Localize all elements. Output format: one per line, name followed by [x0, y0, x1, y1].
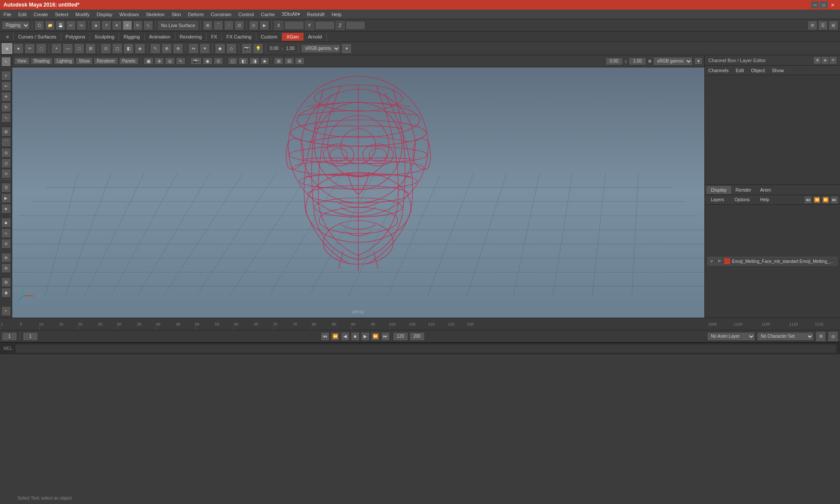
- vp-panels-btn[interactable]: Panels: [119, 57, 139, 65]
- snap-grid-btn[interactable]: ⊞: [203, 21, 213, 30]
- menu-deform[interactable]: Deform: [185, 10, 207, 18]
- menu-constrain[interactable]: Constrain: [207, 10, 235, 18]
- vp-aov-2[interactable]: ⊟: [284, 57, 294, 65]
- settings-btn-1[interactable]: ⚙: [808, 21, 817, 30]
- settings-btn-2[interactable]: ☰: [818, 21, 828, 30]
- rp-icon-2[interactable]: ◈: [822, 57, 829, 64]
- redo-btn[interactable]: ↪: [77, 21, 86, 30]
- left-sculpt-btn[interactable]: ◷: [1, 158, 11, 168]
- left-grid-btn[interactable]: ⊞: [1, 277, 11, 287]
- left-plus-btn[interactable]: +: [1, 306, 11, 316]
- timeline-area[interactable]: 1 5 10 15 20 25 30 35 40 45 50 55 60 65 …: [0, 318, 840, 330]
- tab-sculpting[interactable]: Sculpting: [90, 33, 119, 41]
- anim-layer-select[interactable]: No Anim Layer: [707, 332, 755, 341]
- tab-rigging[interactable]: Rigging: [119, 33, 144, 41]
- play-btn[interactable]: ▶: [361, 332, 370, 341]
- layer-nav-2[interactable]: ⏪: [813, 196, 821, 204]
- left-weight-btn[interactable]: ⊛: [1, 263, 11, 273]
- lasso-btn[interactable]: ⌖: [102, 21, 111, 30]
- vp-cam-1[interactable]: 📷: [190, 57, 202, 65]
- snap-btn[interactable]: ⊕: [161, 43, 172, 54]
- menu-help[interactable]: Help: [328, 10, 345, 18]
- tab-curves-surfaces[interactable]: Curves / Surfaces: [14, 33, 61, 41]
- vp-shade-1[interactable]: ◻: [228, 57, 238, 65]
- left-xray-btn[interactable]: ⊙: [1, 169, 11, 178]
- end-frame-input[interactable]: [393, 332, 408, 341]
- left-constraint-btn[interactable]: ⊕: [1, 253, 11, 262]
- layer-p[interactable]: P: [717, 258, 723, 264]
- tab-animation[interactable]: Animation: [145, 33, 175, 41]
- vp-shade-2[interactable]: ◧: [238, 57, 248, 65]
- rotate-btn[interactable]: ↻: [133, 21, 143, 30]
- tab-anim[interactable]: Anim: [756, 186, 775, 194]
- anim-key-btn[interactable]: ◆: [215, 43, 225, 54]
- vp-show-btn[interactable]: Show: [76, 57, 93, 65]
- skip-back-btn[interactable]: ⏮: [321, 332, 329, 341]
- symmetry-btn[interactable]: ⇔: [188, 43, 199, 54]
- vp-shading-btn[interactable]: Shading: [31, 57, 53, 65]
- menu-modify[interactable]: Modify: [72, 10, 93, 18]
- play-back-btn[interactable]: ◀: [341, 332, 350, 341]
- move-btn[interactable]: ✛: [122, 21, 132, 30]
- tab-fx-caching[interactable]: FX Caching: [222, 33, 256, 41]
- tab-custom[interactable]: Custom: [256, 33, 282, 41]
- stop-btn[interactable]: ■: [351, 332, 360, 341]
- left-break-btn[interactable]: ◇: [1, 228, 11, 238]
- tab-render[interactable]: Render: [731, 186, 756, 194]
- tab-layers[interactable]: Layers: [707, 196, 728, 203]
- left-paint-btn[interactable]: ✏: [1, 81, 11, 91]
- snap-point-btn[interactable]: ◦: [224, 21, 234, 30]
- next-frame-btn[interactable]: ⏩: [371, 332, 380, 341]
- menu-3dtoall[interactable]: 3DtoAll▾: [278, 10, 303, 18]
- prev-frame-btn[interactable]: ⏪: [331, 332, 340, 341]
- left-rotate-btn[interactable]: ↻: [1, 102, 11, 112]
- menu-control[interactable]: Control: [235, 10, 257, 18]
- paint-btn[interactable]: ✦: [112, 21, 122, 30]
- menu-skeleton[interactable]: Skeleton: [142, 10, 168, 18]
- gamma-select[interactable]: sRGB gamma: [301, 44, 340, 53]
- tab-xgen[interactable]: XGen: [282, 33, 304, 41]
- menu-create[interactable]: Create: [30, 10, 52, 18]
- gamma-arr[interactable]: ▾: [694, 57, 703, 65]
- skip-fwd-btn[interactable]: ⏭: [381, 332, 390, 341]
- cut-mode-btn[interactable]: ✂: [24, 43, 35, 54]
- left-mute-btn[interactable]: ⊘: [1, 239, 11, 248]
- wireframe-btn[interactable]: ◻: [112, 43, 122, 54]
- save-scene-btn[interactable]: 💾: [56, 21, 65, 30]
- vp-shade-4[interactable]: ■: [260, 57, 269, 65]
- start-frame-input[interactable]: [23, 332, 38, 341]
- tab-display[interactable]: Display: [707, 186, 731, 194]
- left-snap-btn[interactable]: ⊞: [1, 127, 11, 136]
- vp-renderer-btn[interactable]: Renderer: [94, 57, 118, 65]
- vp-cam-2[interactable]: ◉: [203, 57, 213, 65]
- pb-settings-1[interactable]: ⚙: [816, 331, 826, 342]
- left-render-btn[interactable]: ▶: [1, 193, 11, 203]
- range-end-input[interactable]: [410, 332, 425, 341]
- left-scale-btn[interactable]: ⤡: [1, 113, 11, 122]
- minimize-button[interactable]: ─: [811, 1, 819, 8]
- menu-windows[interactable]: Windows: [116, 10, 143, 18]
- loop-mode-btn[interactable]: ◌: [36, 43, 46, 54]
- character-set-select[interactable]: No Character Set: [757, 332, 814, 341]
- gamma-settings-btn[interactable]: ▾: [341, 43, 352, 54]
- vp-icon-1[interactable]: ▣: [144, 57, 154, 65]
- tab-show[interactable]: Show: [768, 67, 788, 74]
- breakdown-btn[interactable]: ◇: [226, 43, 237, 54]
- menu-select[interactable]: Select: [52, 10, 72, 18]
- vp-aov-1[interactable]: ⊞: [274, 57, 284, 65]
- mode-select[interactable]: Rigging: [2, 21, 30, 30]
- tab-help[interactable]: Help: [756, 196, 774, 203]
- left-curve-btn[interactable]: ⌒: [1, 137, 11, 147]
- vp-lighting-btn[interactable]: Lighting: [53, 57, 75, 65]
- select-mode-btn[interactable]: ◈: [2, 43, 12, 54]
- xray-btn[interactable]: ⊙: [101, 43, 111, 54]
- menu-skin[interactable]: Skin: [168, 10, 184, 18]
- history-btn[interactable]: ⊙: [249, 21, 259, 30]
- layer-nav-1[interactable]: ⏮: [804, 196, 812, 204]
- left-anim-btn[interactable]: ◈: [1, 204, 11, 214]
- left-key-btn[interactable]: ◆: [1, 218, 11, 228]
- left-select-btn[interactable]: ↖: [1, 57, 11, 66]
- viewport-3d[interactable]: X Y Z persp: [12, 67, 704, 318]
- left-move-btn[interactable]: ✛: [1, 92, 11, 102]
- vp-icon-3[interactable]: ◎: [165, 57, 175, 65]
